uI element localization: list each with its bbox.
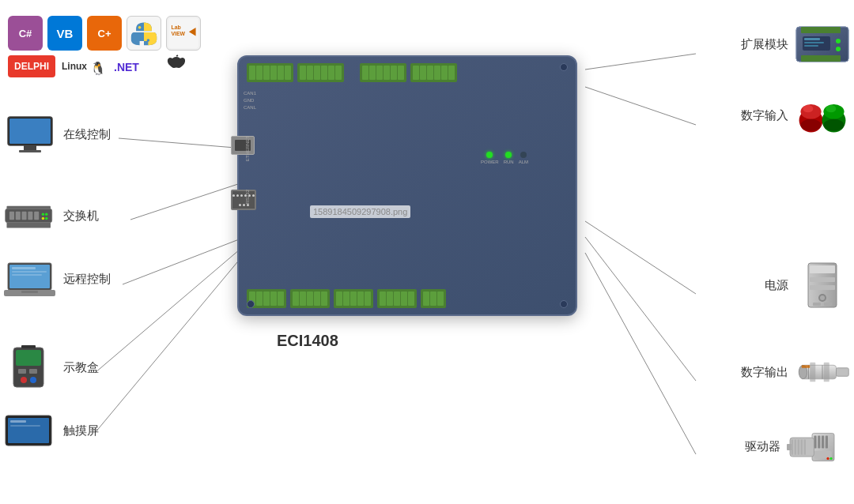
- screw-tr: [560, 63, 568, 71]
- svg-point-10: [138, 26, 142, 29]
- svg-rect-21: [24, 145, 36, 150]
- svg-rect-96: [792, 439, 793, 454]
- driver-label: 驱动器: [745, 439, 780, 454]
- rs232-label: RS232: [245, 190, 250, 204]
- svg-rect-48: [21, 345, 36, 348]
- connector-group-1: [247, 63, 293, 82]
- alm-led: [520, 152, 527, 158]
- online-control-device: 在线控制: [4, 115, 111, 154]
- left-panel: C# VB C+ Lab VIEW DELPHI: [0, 0, 214, 504]
- svg-rect-41: [21, 291, 38, 293]
- svg-text:🐧: 🐧: [90, 61, 106, 76]
- linux-logo: Linux 🐧: [60, 55, 108, 77]
- delphi-logo: DELPHI: [8, 55, 55, 77]
- svg-point-101: [829, 457, 832, 459]
- power-item: 电源: [765, 265, 850, 306]
- svg-rect-25: [6, 223, 50, 228]
- python-logo: [127, 16, 161, 51]
- svg-rect-84: [824, 363, 829, 382]
- run-led: [505, 152, 512, 158]
- svg-rect-91: [822, 435, 824, 448]
- svg-rect-27: [16, 212, 21, 220]
- svg-rect-83: [810, 363, 815, 382]
- switch-device: 交换机: [4, 196, 99, 235]
- svg-point-70: [823, 118, 844, 130]
- driver-icon: [787, 425, 850, 468]
- csharp-logo: C#: [8, 16, 43, 51]
- laptop-icon: [4, 259, 55, 299]
- bot-connector-2: [290, 289, 330, 308]
- svg-point-68: [826, 104, 836, 111]
- board-name-label: ECI1408: [277, 332, 338, 350]
- ethernet-label: ETHERNET: [245, 136, 250, 161]
- expansion-module-item: 扩展模块: [741, 24, 850, 65]
- svg-rect-77: [813, 303, 821, 306]
- svg-text:Linux: Linux: [62, 61, 87, 72]
- digital-input-label: 数字输入: [741, 108, 788, 123]
- svg-point-102: [826, 457, 829, 459]
- svg-rect-98: [798, 439, 799, 454]
- bot-connector-4: [377, 289, 417, 308]
- svg-text:VIEW: VIEW: [171, 31, 185, 36]
- apple-logo: [161, 55, 192, 77]
- svg-point-65: [803, 104, 813, 111]
- run-led-label: RUN: [504, 160, 514, 164]
- eci-board: CAN1 GND CANL ETHERNET RS232: [237, 55, 577, 316]
- connector-group-2: [297, 63, 344, 82]
- svg-point-34: [45, 217, 47, 220]
- svg-point-11: [147, 39, 150, 42]
- svg-point-57: [836, 39, 841, 43]
- power-label: 电源: [765, 278, 788, 293]
- svg-rect-22: [19, 150, 41, 152]
- bottom-connector-row: [247, 289, 446, 308]
- svg-rect-45: [29, 369, 37, 374]
- svg-rect-89: [814, 435, 816, 448]
- svg-rect-44: [18, 369, 26, 374]
- svg-text:.NET: .NET: [114, 61, 139, 73]
- power-led-label: POWER: [481, 160, 499, 164]
- can-port-area: CAN1 GND CANL: [244, 90, 256, 111]
- remote-control-device: 远程控制: [4, 259, 111, 299]
- labview-logo: Lab VIEW: [166, 16, 201, 51]
- svg-rect-37: [12, 267, 36, 269]
- svg-rect-52: [10, 425, 40, 427]
- monitor-icon: [4, 115, 55, 154]
- alm-led-group: ALM: [519, 152, 528, 164]
- run-led-group: RUN: [504, 152, 514, 164]
- cylinder-icon: [795, 352, 850, 393]
- connector-group-4: [410, 63, 457, 82]
- digital-output-label: 数字输出: [741, 365, 788, 380]
- touchscreen-device: 触摸屏: [4, 411, 99, 450]
- svg-rect-92: [826, 435, 828, 448]
- svg-rect-81: [837, 368, 849, 377]
- screw-bl: [247, 300, 255, 308]
- power-led-group: POWER: [481, 152, 499, 164]
- connector-group-3: [360, 63, 406, 82]
- svg-rect-60: [804, 38, 820, 40]
- svg-rect-56: [801, 55, 841, 62]
- svg-rect-29: [28, 212, 32, 220]
- touchscreen-icon: [4, 411, 55, 450]
- status-leds: POWER RUN ALM: [481, 152, 528, 164]
- alm-led-label: ALM: [519, 160, 528, 164]
- switch-label: 交换机: [63, 209, 99, 224]
- svg-rect-20: [9, 118, 51, 144]
- svg-rect-39: [12, 274, 42, 276]
- bot-connector-3: [334, 289, 373, 308]
- power-icon: [795, 265, 850, 306]
- filename-watermark: 1589184509297908.png: [310, 205, 410, 218]
- svg-point-32: [45, 213, 47, 216]
- svg-point-69: [800, 118, 821, 130]
- digital-output-item: 数字输出: [741, 352, 850, 393]
- right-panel: 扩展模块: [696, 0, 854, 504]
- power-led: [486, 152, 493, 158]
- svg-rect-30: [34, 212, 39, 220]
- cpp-logo: C+: [87, 16, 122, 51]
- language-logos-row1: C# VB C+ Lab VIEW: [8, 16, 201, 51]
- pendant-icon: [4, 348, 55, 387]
- vb-logo: VB: [47, 16, 82, 51]
- pendant-label: 示教盒: [63, 360, 99, 375]
- can-labels: CAN1 GND CANL: [244, 90, 256, 111]
- svg-rect-62: [804, 45, 818, 47]
- svg-point-58: [836, 47, 841, 51]
